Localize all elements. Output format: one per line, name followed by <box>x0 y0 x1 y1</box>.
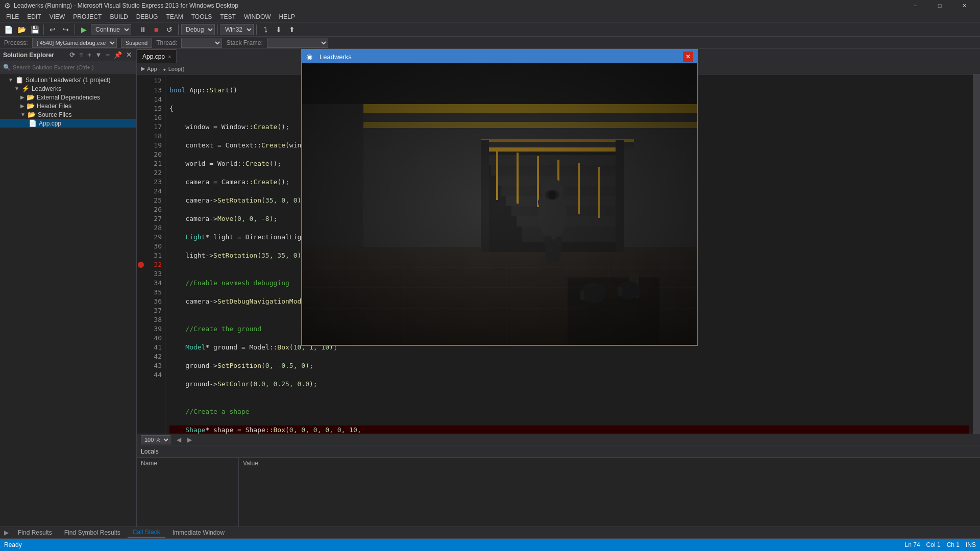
line-num-34: 34 <box>145 279 162 288</box>
se-sync-btn[interactable]: ⟳ <box>68 51 77 59</box>
tree-item-header-files[interactable]: ▶ 📂 Header Files <box>0 102 136 110</box>
search-input[interactable] <box>13 64 133 70</box>
game-title-bar[interactable]: ◉ Leadwerks ✕ <box>302 50 697 63</box>
tree-item-leadwerks[interactable]: ▼ ⚡ Leadwerks <box>0 84 136 93</box>
breadcrumb-func[interactable]: Loop() <box>168 66 185 72</box>
line-num-42: 42 <box>145 352 162 361</box>
redo-button[interactable]: ↪ <box>60 23 72 36</box>
line-num-39: 39 <box>145 324 162 334</box>
se-pin-btn[interactable]: 📌 <box>112 51 124 59</box>
locals-value-header: Value <box>243 460 976 467</box>
tab-find-symbol-results[interactable]: Find Symbol Results <box>59 528 126 537</box>
scroll-right-btn[interactable]: ▶ <box>187 436 192 443</box>
se-collapse-btn[interactable]: − <box>104 51 111 59</box>
title-bar: ⚙ Leadwerks (Running) - Microsoft Visual… <box>0 0 980 11</box>
source-files-arrow: ▼ <box>20 112 26 117</box>
thread-selector[interactable] <box>181 38 222 48</box>
process-bar: Process: [ 4540] MyGame.debug.exe Suspen… <box>0 37 980 49</box>
platform-dropdown[interactable]: Win32 <box>220 24 254 35</box>
minimize-button[interactable]: − <box>903 0 927 11</box>
suspend-button[interactable]: Suspend <box>121 38 152 48</box>
debug-dropdown[interactable]: Debug <box>181 24 215 35</box>
se-header-buttons: ⟳ ≡ + ▼ − 📌 ✕ <box>68 51 133 59</box>
se-close-btn[interactable]: ✕ <box>125 51 133 59</box>
menu-window[interactable]: WINDOW <box>240 12 275 21</box>
line-num-33: 33 <box>145 269 162 279</box>
menu-file[interactable]: FILE <box>2 12 23 21</box>
step-over-button[interactable]: ⤵ <box>259 23 272 36</box>
zoom-selector[interactable]: 100 % <box>141 435 170 444</box>
breadcrumb-separator: · <box>159 66 161 72</box>
status-ready: Ready <box>4 541 22 548</box>
svg-rect-51 <box>302 63 697 345</box>
step-into-button[interactable]: ⬇ <box>273 23 285 36</box>
header-files-icon: 📂 <box>27 102 35 110</box>
restart-button[interactable]: ↺ <box>163 23 176 36</box>
editor-scrollbar[interactable] <box>973 74 980 434</box>
process-selector[interactable]: [ 4540] MyGame.debug.exe <box>32 38 117 48</box>
new-button[interactable]: 📄 <box>2 23 14 36</box>
start-button[interactable]: ▶ <box>78 23 90 36</box>
tree-item-solution[interactable]: ▼ 📋 Solution 'Leadwerks' (1 project) <box>0 76 136 84</box>
close-button[interactable]: ✕ <box>952 0 976 11</box>
game-close-button[interactable]: ✕ <box>683 52 693 62</box>
menu-tools[interactable]: TOOLS <box>187 12 216 21</box>
game-title-icon: ◉ <box>306 53 312 61</box>
se-properties-btn[interactable]: ≡ <box>78 51 85 59</box>
step-out-button[interactable]: ⬆ <box>286 23 298 36</box>
tree-item-app-cpp[interactable]: 📄 App.cpp <box>0 119 136 128</box>
tree-item-ext-deps[interactable]: ▶ 📂 External Dependencies <box>0 93 136 102</box>
breadcrumb-app[interactable]: App <box>147 66 157 72</box>
save-button[interactable]: 💾 <box>29 23 41 36</box>
toolbar: 📄 📂 💾 ↩ ↪ ▶ Continue ⏸ ■ ↺ Debug Win32 ⤵… <box>0 22 980 37</box>
search-icon: 🔍 <box>3 64 11 71</box>
line-num-35: 35 <box>145 288 162 297</box>
game-viewport <box>302 63 697 345</box>
menu-debug[interactable]: DEBUG <box>132 12 162 21</box>
tab-close-button[interactable]: × <box>168 54 171 60</box>
menu-project[interactable]: PROJECT <box>69 12 106 21</box>
line-num-37: 37 <box>145 306 162 315</box>
solution-explorer: Solution Explorer ⟳ ≡ + ▼ − 📌 ✕ 🔍 ▼ 📋 So… <box>0 49 137 527</box>
solution-explorer-header: Solution Explorer ⟳ ≡ + ▼ − 📌 ✕ <box>0 49 136 61</box>
breakpoint-dot[interactable] <box>138 262 144 268</box>
stop-button[interactable]: ■ <box>150 23 162 36</box>
ext-deps-arrow: ▶ <box>20 94 24 100</box>
status-left: Ready <box>4 541 22 548</box>
line-num-25: 25 <box>145 196 162 205</box>
tab-app-cpp-label: App.cpp <box>142 53 165 60</box>
locals-name-header: Name <box>141 460 234 467</box>
line-num-22: 22 <box>145 168 162 178</box>
code-line-32: Shape* shape = Shape::Box(0, 0, 0, 0, 0,… <box>169 425 969 434</box>
line-num-24: 24 <box>145 187 162 196</box>
menu-build[interactable]: BUILD <box>106 12 132 21</box>
se-filter-btn[interactable]: ▼ <box>94 51 104 59</box>
stack-frame-selector[interactable] <box>267 38 328 48</box>
undo-button[interactable]: ↩ <box>46 23 59 36</box>
line-num-30: 30 <box>145 242 162 251</box>
menu-help[interactable]: HELP <box>275 12 299 21</box>
solution-explorer-title: Solution Explorer <box>3 52 54 59</box>
menu-test[interactable]: TEST <box>216 12 240 21</box>
tab-immediate-window[interactable]: Immediate Window <box>167 528 230 537</box>
menu-edit[interactable]: EDIT <box>23 12 45 21</box>
continue-dropdown[interactable]: Continue <box>91 24 131 35</box>
solution-arrow: ▼ <box>8 77 13 83</box>
line-num-36: 36 <box>145 297 162 306</box>
tab-call-stack[interactable]: Call Stack <box>128 528 165 538</box>
code-line-29: ground->SetColor(0.0, 0.25, 0.0); <box>169 380 969 389</box>
menu-team[interactable]: TEAM <box>162 12 187 21</box>
scroll-left-btn[interactable]: ◀ <box>177 436 181 443</box>
menu-view[interactable]: VIEW <box>45 12 69 21</box>
restore-button[interactable]: □ <box>928 0 951 11</box>
bottom-tabs-bar: ▶ Find Results Find Symbol Results Call … <box>0 527 980 539</box>
solution-explorer-tree: ▼ 📋 Solution 'Leadwerks' (1 project) ▼ ⚡… <box>0 73 136 527</box>
line-num-18: 18 <box>145 132 162 141</box>
locals-title: Locals <box>141 448 159 455</box>
tree-item-source-files[interactable]: ▼ 📂 Source Files <box>0 110 136 119</box>
pause-button[interactable]: ⏸ <box>137 23 149 36</box>
se-new-folder-btn[interactable]: + <box>86 51 93 59</box>
tab-app-cpp[interactable]: App.cpp × <box>137 49 177 63</box>
tab-find-results[interactable]: Find Results <box>13 528 57 537</box>
open-button[interactable]: 📂 <box>15 23 28 36</box>
